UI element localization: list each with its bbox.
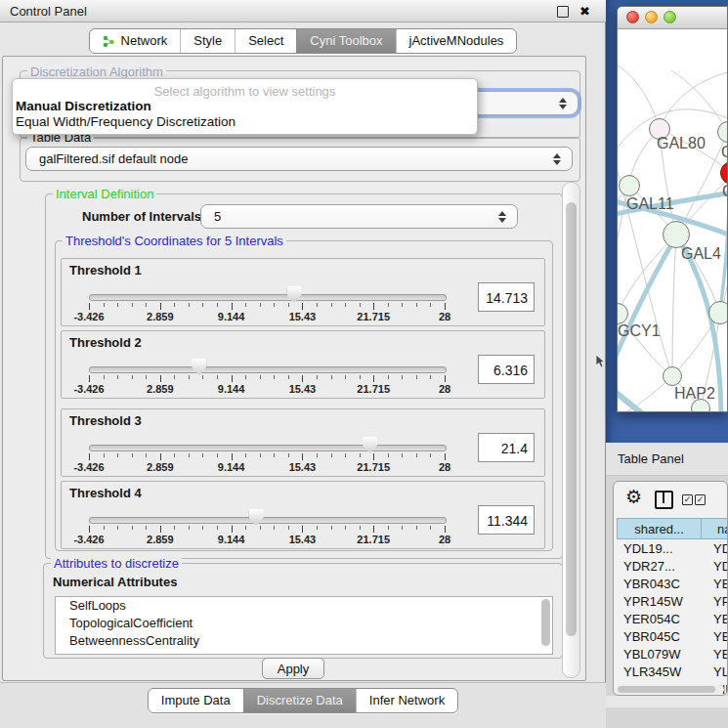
gear-icon[interactable]: ⚙ — [625, 487, 642, 508]
table-cell: YPR145W — [617, 592, 708, 610]
attributes-list-scrollbar[interactable] — [541, 599, 550, 646]
attribute-list-item[interactable]: TopologicalCoefficient — [56, 615, 552, 632]
number-of-intervals-spinner[interactable]: 5 — [200, 204, 518, 229]
network-canvas[interactable]: GAL80GACGAL11GAL4GCY1HHAP2 — [618, 29, 727, 411]
network-node[interactable] — [663, 221, 690, 248]
tick-mark — [189, 526, 190, 530]
attribute-list-item[interactable]: SelfLoops — [56, 597, 552, 615]
threshold-value-field[interactable]: 6.316 — [478, 355, 535, 384]
network-window-titlebar[interactable] — [618, 7, 727, 29]
scrollbar-thumb[interactable] — [566, 202, 577, 636]
table-row[interactable]: YPR145WYPR14 — [617, 592, 728, 610]
tab-cyni-toolbox[interactable]: Cyni Toolbox — [296, 29, 395, 53]
table-data-combo[interactable]: galFiltered.sif default node — [25, 147, 573, 171]
table-row[interactable]: YBR043CYBR04 — [617, 575, 728, 592]
control-panel-scrollbar[interactable] — [562, 182, 580, 678]
tick-mark — [117, 526, 118, 530]
threshold-slider-track[interactable] — [89, 366, 447, 373]
tick-mark — [416, 375, 417, 379]
tick-mark — [189, 303, 190, 307]
tick-label: 28 — [439, 534, 450, 545]
network-node[interactable] — [708, 301, 727, 324]
tab-jactivemnodules[interactable]: jActiveMNodules — [396, 29, 517, 53]
threshold-slider-track[interactable] — [89, 445, 447, 451]
algorithm-option-equal-width-frequency-discretization[interactable]: Equal Width/Frequency Discretization — [16, 114, 236, 129]
table-panel-footer — [606, 696, 728, 707]
float-window-icon[interactable] — [557, 6, 569, 18]
tab-label: Cyni Toolbox — [310, 29, 382, 53]
combo-stepper-icon — [553, 153, 561, 165]
tick-mark — [89, 303, 90, 310]
threshold-slider-track[interactable] — [89, 517, 447, 524]
tick-label: 9.144 — [218, 461, 245, 473]
slider-tick-labels: -3.4262.8599.14415.4321.71528 — [89, 311, 445, 322]
tick-mark — [302, 526, 303, 533]
tab-style[interactable]: Style — [180, 29, 235, 53]
discretization-algorithm-group-label: Discretization Algorithm — [27, 64, 166, 79]
tab-impute-data[interactable]: Impute Data — [149, 689, 243, 712]
tick-label: 21.715 — [357, 383, 390, 395]
tab-network[interactable]: Network — [90, 29, 181, 53]
slider-ticks — [89, 526, 445, 533]
apply-button[interactable]: Apply — [262, 658, 324, 679]
network-node[interactable] — [619, 175, 640, 196]
network-node[interactable] — [663, 366, 682, 386]
checkbox-icon-2[interactable]: ✓ — [695, 494, 706, 505]
attribute-list-item[interactable]: BetweennessCentrality — [56, 632, 552, 650]
combo-stepper-icon — [559, 98, 567, 109]
table-row[interactable]: YBL079WYBL07 — [617, 645, 728, 663]
node-table-card: ⚙ ✓ ✓ shared...nameYDL19...YDL19YDR27...… — [613, 481, 728, 696]
close-icon[interactable]: ✖ — [579, 2, 590, 21]
tick-mark — [160, 526, 161, 533]
checkbox-icon-1[interactable]: ✓ — [682, 494, 693, 505]
tick-mark — [89, 526, 90, 533]
table-row[interactable]: YDL19...YDL19 — [617, 539, 728, 557]
tick-mark — [174, 526, 175, 530]
tick-mark — [345, 375, 346, 379]
close-traffic-light[interactable] — [626, 11, 639, 23]
threshold-value-field[interactable]: 11.344 — [478, 505, 535, 535]
table-row[interactable]: YLR345WYLR34 — [617, 663, 728, 680]
tick-mark — [174, 375, 175, 379]
tick-mark — [331, 526, 332, 530]
tick-mark — [245, 303, 246, 307]
tab-infer-network[interactable]: Infer Network — [356, 689, 457, 712]
slider-tick-labels: -3.4262.8599.14415.4321.71528 — [89, 383, 445, 395]
tick-mark — [345, 303, 346, 307]
algorithm-placeholder-option[interactable]: Select algorithm to view settings — [13, 84, 477, 99]
threshold-value-field[interactable]: 21.4 — [478, 433, 535, 462]
threshold-value-field[interactable]: 14.713 — [478, 282, 535, 312]
table-horizontal-scrollbar[interactable] — [617, 685, 724, 694]
control-panel-window: Control Panel ✖ NetworkStyleSelectCyni T… — [0, 0, 606, 728]
tick-mark — [245, 375, 246, 379]
table-cell: YBL079W — [617, 645, 708, 663]
column-header-name[interactable]: name — [702, 518, 728, 539]
tab-discretize-data[interactable]: Discretize Data — [243, 689, 356, 712]
slider-ticks — [89, 453, 445, 460]
algorithm-option-manual-discretization[interactable]: Manual Discretization — [16, 99, 151, 113]
tick-mark — [232, 375, 233, 382]
table-row[interactable]: YBR045CYBR04 — [617, 627, 728, 645]
top-tab-segment: NetworkStyleSelectCyni ToolboxjActiveMNo… — [89, 28, 518, 54]
table-panel-titlebar: Table Panel — [606, 443, 728, 476]
tab-select[interactable]: Select — [235, 29, 296, 53]
tick-label: -3.426 — [73, 461, 104, 473]
tick-mark — [117, 375, 118, 379]
tick-mark — [288, 526, 289, 530]
minimize-traffic-light[interactable] — [645, 11, 658, 23]
zoom-traffic-light[interactable] — [664, 11, 676, 23]
tick-mark — [104, 303, 105, 307]
split-columns-icon[interactable] — [655, 491, 673, 509]
scrollbar-thumb[interactable] — [618, 686, 715, 693]
column-header-shared[interactable]: shared... — [617, 518, 702, 539]
threshold-label: Threshold 3 — [69, 413, 142, 428]
tick-mark — [189, 375, 190, 379]
numerical-attributes-list[interactable]: SelfLoopsTopologicalCoefficientBetweenne… — [55, 596, 553, 655]
tick-mark — [373, 375, 374, 382]
threshold-slider-track[interactable] — [89, 294, 447, 301]
table-row[interactable]: YER054CYER05 — [617, 610, 728, 627]
number-of-intervals-label: Number of Intervals — [82, 209, 201, 224]
table-row[interactable]: YDR27...YDR27 — [617, 557, 728, 575]
slider-tick-labels: -3.4262.8599.14415.4321.71528 — [89, 461, 445, 473]
tick-mark — [104, 375, 105, 379]
